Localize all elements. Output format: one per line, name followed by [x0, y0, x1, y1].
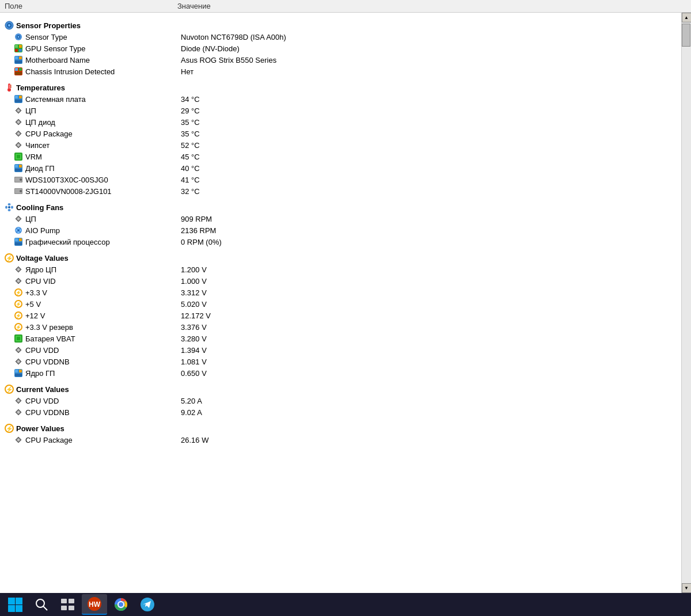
row-vrm-temp[interactable]: VRM 45 °C — [0, 151, 681, 162]
cpu-fan-value: 909 RPM — [181, 215, 677, 223]
row-12v[interactable]: ⚡ +12 V 12.172 V — [0, 310, 681, 321]
row-vbat[interactable]: Батарея VBAT 3.280 V — [0, 333, 681, 344]
cpu-vddnb-volt-value: 1.081 V — [181, 358, 677, 366]
taskbar-chrome[interactable] — [108, 594, 134, 615]
gpu-sensor-value: Diode (NV-Diode) — [181, 44, 677, 53]
svg-point-86 — [17, 349, 20, 351]
svg-rect-26 — [15, 96, 18, 98]
gpu-core-volt-value: 0.650 V — [181, 369, 677, 378]
row-cpu-vddnb-current[interactable]: CPU VDDNB 9.02 A — [0, 406, 681, 418]
vrm-name: VRM — [25, 153, 181, 161]
row-motherboard-name[interactable]: Motherboard Name Asus ROG Strix B550 Ser… — [0, 54, 681, 66]
power-label: Power Values — [16, 424, 64, 433]
svg-rect-42 — [19, 165, 22, 168]
svg-rect-66 — [19, 238, 22, 241]
svg-point-51 — [8, 203, 11, 206]
cooling-fans-icon — [5, 203, 14, 212]
row-sensor-type[interactable]: Sensor Type Nuvoton NCT6798D (ISA A00h) — [0, 31, 681, 43]
row-sys-board-temp[interactable]: Системная плата 34 °C — [0, 93, 681, 105]
data-panel[interactable]: Sensor Properties Sensor Type Nuvoton NC… — [0, 13, 681, 593]
cpu-vdd-current-icon — [14, 396, 23, 405]
row-aio-pump[interactable]: AIO Pump 2136 RPM — [0, 225, 681, 236]
row-cpu-vdd-volt[interactable]: CPU VDD 1.394 V — [0, 344, 681, 356]
scrollbar[interactable]: ▲ ▼ — [681, 13, 691, 593]
svg-text:⚡: ⚡ — [16, 290, 21, 295]
taskbar-taskview[interactable] — [55, 594, 81, 615]
temperatures-icon — [5, 83, 14, 92]
cpu-vid-name: CPU VID — [25, 277, 181, 286]
scrollbar-thumb[interactable] — [682, 24, 690, 47]
svg-point-59 — [17, 227, 20, 229]
row-cpu-package-power[interactable]: CPU Package 26.16 W — [0, 434, 681, 446]
svg-text:⚡: ⚡ — [6, 254, 13, 262]
header-value-label: Значение — [177, 2, 686, 10]
wds-icon — [14, 175, 23, 184]
row-wds-temp[interactable]: WDS100T3X0C-00SJG0 41 °C — [0, 174, 681, 185]
row-cpu-package-temp[interactable]: CPU Package 35 °C — [0, 128, 681, 139]
row-5v[interactable]: ⚡ +5 V 5.020 V — [0, 298, 681, 310]
33v-reserve-name: +3.3 V резерв — [25, 323, 181, 332]
taskbar-telegram[interactable] — [135, 594, 160, 615]
scrollbar-up-arrow[interactable]: ▲ — [682, 13, 692, 22]
row-cpu-diode-temp[interactable]: ЦП диод 35 °C — [0, 116, 681, 128]
cpu-vdd-volt-name: CPU VDD — [25, 346, 181, 355]
row-gpu-diode-temp[interactable]: Диод ГП 40 °C — [0, 162, 681, 174]
svg-text:⚡: ⚡ — [6, 386, 13, 393]
svg-rect-103 — [8, 598, 15, 604]
taskbar-hwinfo[interactable]: HW — [82, 594, 107, 615]
row-cpu-vdd-current[interactable]: CPU VDD 5.20 A — [0, 395, 681, 406]
row-33v-reserve[interactable]: ⚡ +3.3 V резерв 3.376 V — [0, 321, 681, 333]
cpu-core-volt-name: Ядро ЦП — [25, 265, 181, 274]
row-gpu-core-volt[interactable]: Ядро ГП 0.650 V — [0, 367, 681, 379]
svg-rect-8 — [19, 45, 22, 48]
cpu-vddnb-current-icon — [14, 408, 23, 417]
row-chassis-intrusion[interactable]: Chassis Intrusion Detected Нет — [0, 66, 681, 77]
svg-point-5 — [18, 36, 20, 38]
cpu-package-temp-value: 35 °C — [181, 130, 677, 138]
row-gpu-fan[interactable]: Графический процессор 0 RPM (0%) — [0, 236, 681, 248]
scrollbar-track[interactable] — [682, 22, 691, 583]
svg-rect-67 — [15, 242, 22, 245]
svg-rect-18 — [15, 72, 22, 75]
svg-point-54 — [5, 206, 7, 209]
row-chipset-temp[interactable]: Чипсет 52 °C — [0, 139, 681, 151]
main-window: Поле Значение Sensor Properties — [0, 0, 691, 593]
aio-pump-value: 2136 RPM — [181, 226, 677, 235]
svg-rect-9 — [15, 49, 18, 52]
row-cpu-fan[interactable]: ЦП 909 RPM — [0, 213, 681, 225]
aio-pump-name: AIO Pump — [25, 226, 181, 235]
svg-point-102 — [17, 439, 20, 441]
33v-reserve-value: 3.376 V — [181, 323, 677, 332]
sys-board-temp-value: 34 °C — [181, 95, 677, 104]
chipset-temp-icon — [14, 140, 23, 150]
row-33v[interactable]: ⚡ +3.3 V 3.312 V — [0, 287, 681, 298]
gpu-diode-icon — [14, 163, 23, 173]
svg-rect-16 — [15, 68, 18, 71]
svg-rect-41 — [15, 165, 18, 168]
svg-rect-13 — [19, 56, 22, 59]
aio-pump-icon — [14, 226, 23, 235]
chipset-temp-value: 52 °C — [181, 141, 677, 150]
svg-text:⚡: ⚡ — [6, 425, 13, 432]
taskbar-search[interactable] — [29, 594, 54, 615]
row-gpu-sensor-type[interactable]: GPU Sensor Type Diode (NV-Diode) — [0, 43, 681, 54]
svg-point-49 — [20, 190, 22, 192]
scrollbar-down-arrow[interactable]: ▼ — [682, 583, 692, 593]
row-cpu-vid[interactable]: CPU VID 1.000 V — [0, 275, 681, 287]
row-cpu-core-volt[interactable]: Ядро ЦП 1.200 V — [0, 264, 681, 275]
row-st-temp[interactable]: ST14000VN0008-2JG101 32 °C — [0, 185, 681, 197]
svg-rect-105 — [8, 605, 15, 612]
svg-text:⚡: ⚡ — [16, 324, 21, 330]
svg-rect-91 — [19, 370, 22, 372]
5v-name: +5 V — [25, 300, 181, 309]
cpu-vdd-volt-value: 1.394 V — [181, 346, 677, 355]
svg-rect-106 — [16, 605, 22, 612]
taskbar-start[interactable] — [2, 594, 28, 615]
row-cpu-temp[interactable]: ЦП 29 °C — [0, 105, 681, 116]
svg-rect-14 — [15, 60, 22, 63]
st-icon — [14, 187, 23, 196]
svg-point-36 — [17, 144, 20, 146]
row-cpu-vddnb-volt[interactable]: CPU VDDNB 1.081 V — [0, 356, 681, 367]
svg-point-117 — [119, 602, 123, 607]
svg-text:⚡: ⚡ — [16, 301, 21, 307]
